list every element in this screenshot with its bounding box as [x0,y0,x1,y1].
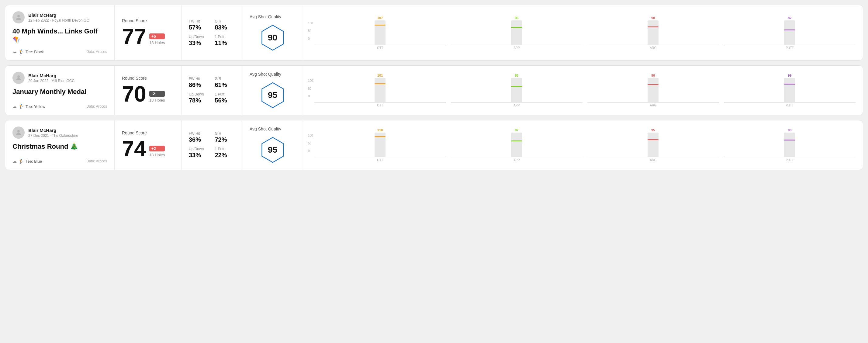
stat-updown-label: Up/Down [189,35,209,39]
stat-updown-label: Up/Down [189,147,209,151]
stat-gir: GIR 72% [215,131,235,143]
y-label-50: 50 [308,142,313,145]
round-card-round1: Blair McHarg 12 Feb 2022 · Royal North D… [5,5,863,61]
score-badge-wrap: +5 18 Holes [149,33,165,48]
user-date: 12 Feb 2022 · Royal North Devon GC [28,18,89,23]
chart-col-value: 95 [651,128,655,132]
stat-gir-value: 61% [215,82,235,89]
card-score: Round Score 74 +2 18 Holes [115,120,182,170]
score-badge-wrap: -2 18 Holes [149,91,165,105]
quality-score: 95 [268,90,277,100]
user-info: Blair McHarg 29 Jan 2022 · Mill Ride GCC [12,72,107,84]
stat-gir-label: GIR [215,19,235,23]
chart-column-putt: 82 PUTT [724,16,856,50]
chart-col-label: OTT [377,158,383,162]
chart-col-value: 93 [788,128,792,132]
card-stats: FW Hit 36% GIR 72% Up/Down 33% 1 Putt 22… [182,120,242,170]
hexagon-wrap: 90 [250,24,296,52]
y-label-100: 100 [308,79,313,83]
chart-col-label: PUTT [785,104,794,107]
score-label: Round Score [122,130,174,135]
chart-col-label: OTT [377,104,383,107]
stat-one-putt-value: 56% [215,97,235,104]
cloud-icon: ☁ [12,159,17,164]
stat-gir: GIR 83% [215,19,235,31]
y-label-0: 0 [308,37,313,40]
quality-score: 95 [268,145,277,155]
round-title: Christmas Round 🎄 [12,142,107,151]
chart-col-value: 96 [651,73,655,77]
hexagon-wrap: 95 [250,82,296,109]
cloud-icon: ☁ [12,49,17,54]
stat-fw-hit: FW Hit 36% [189,131,209,143]
svg-point-1 [17,75,20,78]
card-score: Round Score 77 +5 18 Holes [115,5,182,60]
tee-label: Tee: Black [26,50,44,54]
stats-grid: FW Hit 36% GIR 72% Up/Down 33% 1 Putt 22… [189,131,235,159]
stat-fw-hit-label: FW Hit [189,131,209,136]
card-left: Blair McHarg 27 Dec 2021 · The Oxfordshi… [5,120,115,170]
stat-updown: Up/Down 33% [189,35,209,46]
card-left: Blair McHarg 12 Feb 2022 · Royal North D… [5,5,115,60]
score-holes: 18 Holes [149,153,165,157]
card-stats: FW Hit 86% GIR 61% Up/Down 78% 1 Putt 56… [182,66,242,115]
chart-col-value: 110 [377,128,383,132]
chart-col-label: PUTT [785,46,794,50]
y-label-100: 100 [308,22,313,25]
card-quality: Avg Shot Quality 95 [242,66,303,115]
score-label: Round Score [122,76,174,81]
stat-gir: GIR 61% [215,76,235,89]
tee-label: Tee: Blue [26,159,42,164]
chart-column-putt: 93 PUTT [724,128,856,162]
y-label-0: 0 [308,95,313,98]
stat-one-putt-label: 1 Putt [215,35,235,39]
chart-col-label: ARG [650,104,657,107]
tee-info: ☁ 🏌 Tee: Yellow [12,104,45,109]
data-source: Data: Arccos [86,104,107,108]
chart-col-value: 99 [788,73,792,77]
quality-label: Avg Shot Quality [250,126,281,131]
round-card-round3: Blair McHarg 27 Dec 2021 · The Oxfordshi… [5,120,863,170]
stat-one-putt-value: 22% [215,152,235,159]
stat-updown: Up/Down 33% [189,147,209,159]
bar-chart: 100 50 0 107 OTT 95 [308,16,856,50]
stat-one-putt: 1 Putt 22% [215,147,235,159]
card-footer: ☁ 🏌 Tee: Black Data: Arccos [12,49,107,54]
stat-updown: Up/Down 78% [189,92,209,104]
hexagon: 90 [259,24,286,52]
chart-col-value: 86 [515,73,518,77]
bag-icon: 🏌 [19,159,24,164]
chart-col-value: 82 [788,16,792,20]
chart-col-label: PUTT [785,158,794,162]
user-name: Blair McHarg [28,12,89,18]
round-title: January Monthly Medal [12,88,107,96]
score-badge: +5 [149,33,165,39]
card-footer: ☁ 🏌 Tee: Yellow Data: Arccos [12,104,107,109]
chart-col-value: 98 [651,16,655,20]
chart-column-app: 95 APP [451,16,583,50]
chart-col-label: OTT [377,46,383,50]
card-quality: Avg Shot Quality 95 [242,120,303,170]
stats-grid: FW Hit 57% GIR 83% Up/Down 33% 1 Putt 11… [189,19,235,46]
chart-col-label: APP [514,46,520,50]
stat-gir-label: GIR [215,131,235,136]
chart-col-value: 101 [377,73,383,77]
chart-col-label: APP [514,158,520,162]
card-stats: FW Hit 57% GIR 83% Up/Down 33% 1 Putt 11… [182,5,242,60]
score-number: 70 [122,83,146,105]
chart-col-value: 87 [515,128,518,132]
hexagon: 95 [259,136,286,164]
score-holes: 18 Holes [149,40,165,45]
score-main: 70 -2 18 Holes [122,83,174,105]
score-main: 77 +5 18 Holes [122,26,174,48]
stat-fw-hit: FW Hit 86% [189,76,209,89]
stat-fw-hit-value: 86% [189,82,209,89]
chart-col-label: APP [514,104,520,107]
bar-chart: 100 50 0 101 OTT 86 [308,73,856,107]
card-chart: 100 50 0 110 OTT 87 [303,120,863,170]
y-label-0: 0 [308,149,313,153]
bag-icon: 🏌 [19,104,24,109]
stat-updown-value: 78% [189,97,209,104]
hexagon-wrap: 95 [250,136,296,164]
svg-point-0 [17,15,20,17]
